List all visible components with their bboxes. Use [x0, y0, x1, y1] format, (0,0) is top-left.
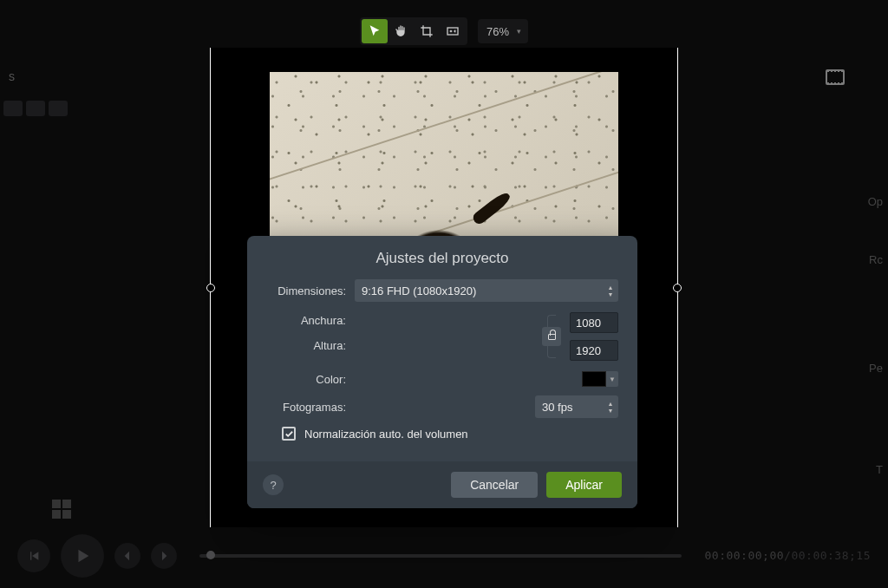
resize-tool[interactable]	[440, 19, 466, 43]
timecode-display: 00:00:00;00/00:00:38;15	[704, 549, 871, 562]
filmstrip-icon[interactable]	[826, 69, 845, 85]
grid-view-icon[interactable]	[52, 500, 75, 519]
frames-label: Fotogramas:	[266, 401, 346, 414]
aspect-lock-button[interactable]	[542, 327, 561, 346]
playhead[interactable]	[206, 551, 215, 559]
next-frame-button[interactable]	[151, 543, 177, 569]
height-input[interactable]	[570, 340, 618, 361]
auto-normalize-label: Normalización auto. del volumen	[304, 428, 468, 441]
left-panel: s	[0, 69, 95, 116]
zoom-select[interactable]: 76%	[478, 19, 528, 43]
cancel-button[interactable]: Cancelar	[451, 472, 538, 498]
crop-tool[interactable]	[414, 19, 440, 43]
project-settings-dialog: Ajustes del proyecto Dimensiones: 9:16 F…	[247, 236, 637, 508]
select-tool[interactable]	[362, 19, 388, 43]
layout-chip-2[interactable]	[26, 101, 45, 116]
chevron-down-icon: ▼	[606, 371, 618, 387]
dimensions-value: 9:16 FHD (1080x1920)	[362, 284, 476, 297]
timecode-total: 00:00:38;15	[791, 549, 871, 562]
prev-frame-button[interactable]	[114, 543, 140, 569]
panel-time-label: T	[876, 463, 883, 476]
dimensions-label: Dimensiones:	[266, 284, 346, 297]
pan-tool[interactable]	[388, 19, 414, 43]
selection-handle-left[interactable]	[206, 284, 215, 292]
fps-value: 30 fps	[542, 401, 572, 414]
width-label: Anchura:	[266, 314, 346, 327]
svg-rect-0	[447, 28, 458, 35]
selection-handle-right[interactable]	[673, 284, 682, 292]
step-back-button[interactable]	[17, 539, 50, 572]
aspect-lock-bracket	[542, 310, 561, 363]
zoom-value: 76%	[486, 25, 509, 38]
dimensions-select[interactable]: 9:16 FHD (1080x1920) ▲▼	[355, 279, 618, 302]
color-picker[interactable]: ▼	[582, 371, 618, 387]
color-label: Color:	[266, 373, 346, 386]
panel-opacity-label: Op	[868, 195, 883, 208]
lock-icon	[548, 334, 556, 340]
left-panel-letter: s	[9, 69, 95, 83]
tool-group	[360, 17, 467, 45]
panel-rotation-label: Rc	[869, 253, 883, 266]
panel-position-label: Pe	[869, 362, 883, 375]
timecode-current: 00:00:00;00	[704, 549, 784, 562]
video-preview[interactable]	[270, 72, 618, 249]
auto-normalize-checkbox[interactable]	[282, 427, 296, 441]
help-button[interactable]: ?	[263, 474, 284, 495]
height-label: Altura:	[266, 339, 346, 352]
dialog-title: Ajustes del proyecto	[247, 236, 637, 279]
fps-select[interactable]: 30 fps ▲▼	[535, 395, 618, 418]
apply-button[interactable]: Aplicar	[546, 472, 622, 498]
top-toolbar: 76%	[0, 16, 888, 47]
layout-chip-3[interactable]	[49, 101, 68, 116]
transport-bar: 00:00:00;00/00:00:38;15	[0, 532, 888, 579]
color-swatch	[582, 371, 606, 387]
scrub-bar[interactable]	[199, 554, 682, 558]
help-icon: ?	[270, 479, 276, 492]
play-button[interactable]	[61, 534, 104, 578]
width-input[interactable]	[570, 312, 618, 333]
layout-chip-1[interactable]	[3, 101, 23, 116]
